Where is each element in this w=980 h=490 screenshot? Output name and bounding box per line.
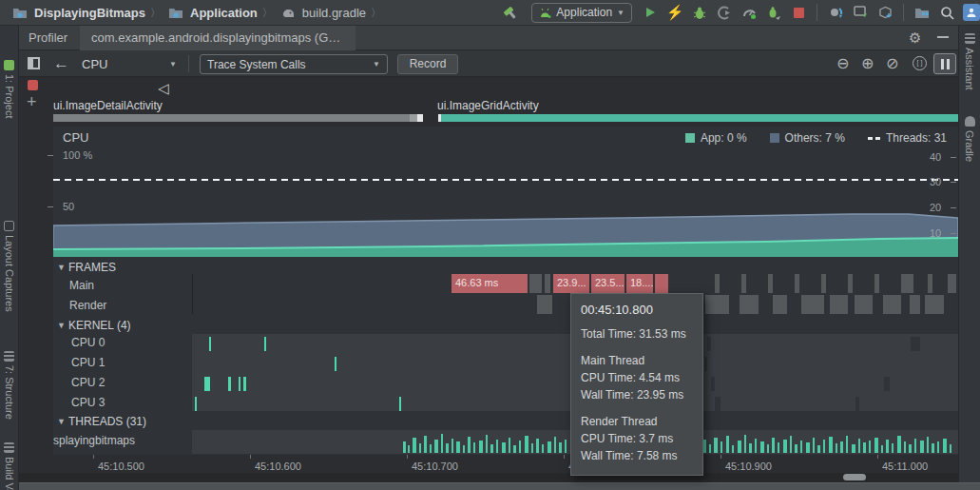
attach-profiler-icon[interactable] [714,2,735,23]
breadcrumb-project[interactable]: DisplayingBitmaps [34,6,145,20]
stage-dropdown[interactable]: CPU ▼ [82,55,177,72]
kernel-cpu3-track[interactable] [19,397,958,411]
thread-activity-bar [703,440,706,453]
breadcrumb-separator: 〉 [262,6,273,20]
sidebar-item-build-variants[interactable]: Build Variants [0,442,18,490]
threads-section-header[interactable]: THREADS (31) [68,415,146,428]
thread-activity-bar [817,445,820,453]
sync-gradle-icon[interactable] [825,2,846,23]
collapse-triangle-icon[interactable]: ▼ [57,321,66,330]
debug-icon[interactable] [689,2,710,23]
legend-others: Others: 7 % [770,131,845,145]
activity-bar-grid[interactable] [441,114,958,122]
frames-section-header[interactable]: FRAMES [68,261,116,274]
run-icon[interactable] [640,2,661,23]
toolbar-separator [903,4,904,21]
thread-activity-bar [950,444,951,453]
time-axis-tick [250,455,251,459]
avatar[interactable] [963,4,980,21]
search-icon[interactable] [936,2,957,23]
frame-bar [925,295,944,314]
sidebar-item-layout-captures[interactable]: Layout Captures [0,221,18,312]
profile-app-icon[interactable] [739,2,759,23]
project-structure-icon[interactable] [912,2,932,23]
run-config-dropdown[interactable]: Application ▼ [531,3,632,23]
thread-activity-bar [502,442,506,453]
minimize-icon[interactable] [937,36,949,38]
activity-bar-detail-cap [417,114,423,122]
time-axis-tick [93,455,94,459]
sidebar-item-label: 1: Project [4,74,15,118]
frames-main-track[interactable]: 46.63 ms23.9...23.5...18.... [19,274,958,293]
kernel-cpu1-track[interactable] [19,357,958,371]
structure-icon [4,351,14,362]
sidebar-item-structure[interactable]: 7: Structure [0,351,18,420]
sidebar-item-gradle[interactable]: Gradle [959,116,980,162]
breadcrumb-module[interactable]: Application [190,6,258,20]
y-axis-right-tick: 40 [930,151,941,163]
record-button[interactable]: Record [397,54,458,74]
thread-activity-bar [424,436,427,453]
gear-icon[interactable]: ⚙ [909,29,921,47]
collapse-triangle-icon[interactable]: ▼ [57,263,66,272]
stage-label: CPU [82,57,107,71]
thread-activity-bar [531,443,533,453]
thread-activity-bar [778,442,779,453]
kernel-section-header[interactable]: KERNEL (4) [68,319,131,332]
collapse-triangle-icon[interactable]: ▼ [57,417,66,426]
attach-debugger-icon[interactable] [763,2,784,23]
threads-dash-swatch [868,137,880,140]
thread-activity-bar [914,439,916,453]
thread-activity-bar [456,441,460,453]
thread-activity-bar [932,443,934,453]
frame-bar [768,274,773,293]
thread-activity-bar [525,436,528,453]
bottom-splitter[interactable] [19,482,980,490]
add-session-icon[interactable]: + [27,92,37,112]
breadcrumb-file[interactable]: build.gradle [302,6,366,20]
tooltip-main-title: Main Thread [581,352,693,369]
axis-tick [951,233,956,234]
time-axis-label: 45:10.700 [412,461,458,472]
zoom-in-icon[interactable]: ⊕ [861,55,874,72]
layout-captures-icon [4,221,14,231]
apply-changes-icon[interactable]: ⚡ [664,2,685,23]
zoom-out-icon[interactable]: ⊖ [836,55,849,72]
horizontal-scrollbar[interactable] [843,474,866,480]
thread-activity-bar [732,445,734,453]
cpu-usage-chart[interactable] [53,127,958,257]
legend-threads: Threads: 31 [868,131,947,145]
sidebar-item-label: Layout Captures [4,235,15,312]
kernel-cpu0-track[interactable] [19,337,958,351]
session-recording-indicator[interactable] [28,80,38,90]
sdk-manager-icon[interactable] [874,2,895,23]
reset-zoom-icon[interactable]: ⊘ [886,55,898,72]
trace-type-dropdown[interactable]: Trace System Calls ▼ [200,54,388,74]
activity-bar-detail[interactable] [53,114,410,122]
device-manager-icon[interactable] [850,2,871,23]
kernel-activity-bar [399,397,401,411]
kernel-cpu2-track[interactable] [19,377,958,391]
chevron-down-icon: ▼ [617,9,625,17]
thread-activity-bar [836,443,837,453]
activity-label-detail: ui.ImageDetailActivity [53,99,163,112]
thread-activity-bar [813,438,815,453]
axis-tick [48,155,53,156]
back-arrow-icon[interactable]: ← [53,54,69,73]
thread-activity-bar [800,441,802,453]
thread-activity-track[interactable] [19,430,958,453]
thread-activity-bar [755,439,757,453]
sidebar-item-project[interactable]: 1: Project [0,60,18,118]
session-tab[interactable]: com.example.android.displayingbitmaps (G… [80,26,355,50]
pause-live-button[interactable] [933,53,956,74]
frames-render-track[interactable] [19,295,958,314]
thread-activity-bar [874,438,878,453]
sidebar-item-assistant[interactable]: Assistant [959,33,980,90]
sessions-panel-icon[interactable] [28,57,40,69]
build-hammer-icon[interactable] [499,2,520,23]
thread-activity-bar [846,436,848,453]
zoom-to-selection-icon[interactable]: [ ] [913,56,927,70]
thread-activity-bar [486,435,488,453]
thread-activity-bar [565,440,567,453]
stop-icon[interactable] [788,2,809,23]
